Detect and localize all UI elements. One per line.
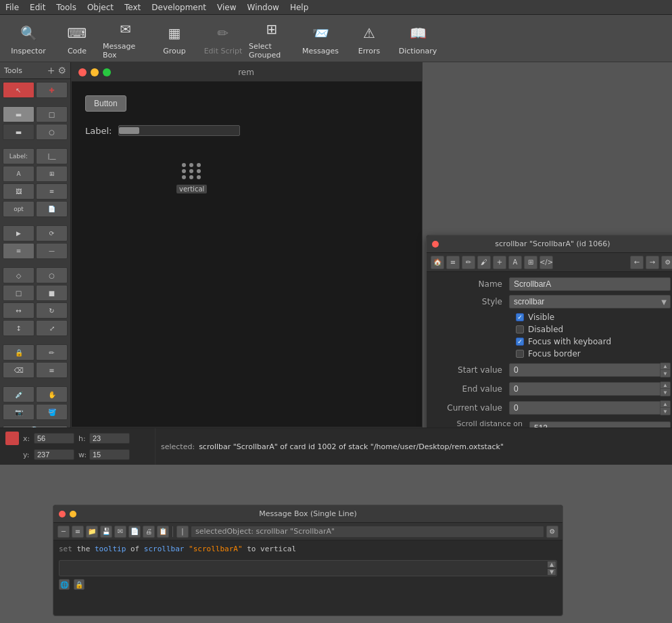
tool-file[interactable]: 📄 (36, 201, 68, 217)
tool-rect-dark[interactable]: ▬ (3, 124, 34, 140)
tool-oval[interactable]: ◇ (3, 267, 34, 283)
insp-text-btn[interactable]: A (508, 256, 522, 269)
tool-rect-fill[interactable]: ▬ (3, 106, 34, 122)
msg-btn-mail[interactable]: ✉ (114, 526, 126, 538)
tool-arrow[interactable]: ↖ (3, 82, 34, 98)
insp-edit-btn[interactable]: ✏ (462, 256, 475, 269)
msg-btn-copy[interactable]: 📋 (157, 526, 169, 538)
tool-list[interactable]: ≡ (36, 183, 68, 200)
menu-tools[interactable]: Tools (56, 3, 76, 12)
tool-crosshair[interactable]: ✚ (36, 82, 68, 98)
insp-name-input[interactable] (509, 277, 671, 291)
msg-min-btn[interactable] (70, 511, 76, 517)
msg-btn-folder[interactable]: 📁 (86, 526, 98, 538)
tool-align[interactable]: ≡ (36, 362, 68, 378)
tool-flip-h[interactable]: ↔ (3, 302, 34, 319)
msg-btn-list[interactable]: ≡ (72, 526, 84, 538)
tools-add-icon[interactable]: + (47, 65, 55, 76)
insp-endvalue-input[interactable] (509, 382, 661, 396)
insp-disabled-checkbox[interactable] (516, 325, 524, 333)
msg-btn-file[interactable]: 📄 (128, 526, 141, 538)
toolbar-selectgrouped[interactable]: ⊞ Select Grouped (249, 18, 295, 60)
insp-brush-btn[interactable]: 🖌 (477, 256, 491, 269)
msg-footer-icon-1[interactable]: 🌐 (59, 579, 70, 590)
tools-gear-icon[interactable]: ⚙ (57, 65, 66, 76)
coord-x-input[interactable] (34, 433, 74, 444)
tool-circle2[interactable]: ○ (36, 267, 68, 283)
menu-help[interactable]: Help (290, 3, 308, 12)
insp-endvalue-down[interactable]: ▼ (661, 389, 670, 396)
toolbar-messages[interactable]: 📨 Messages (297, 18, 343, 60)
tool-separator[interactable]: — (36, 243, 68, 259)
menu-view[interactable]: View (217, 3, 236, 12)
window-close-btn[interactable] (78, 68, 87, 76)
insp-startvalue-down[interactable]: ▼ (661, 370, 670, 377)
msg-btn-print[interactable]: 🖨 (143, 526, 155, 538)
canvas-scrollbar-h[interactable] (118, 125, 240, 136)
insp-scrolldist-input[interactable] (529, 421, 671, 428)
tool-scrollbar[interactable]: ≡ (3, 243, 34, 259)
insp-focusborder-checkbox[interactable] (516, 350, 524, 358)
msg-footer-icon-2[interactable]: 🔒 (74, 579, 85, 590)
insp-gear-btn[interactable]: ⚙ (661, 256, 672, 269)
toolbar-errors[interactable]: ⚠ Errors (346, 18, 392, 60)
tool-rotate[interactable]: ↻ (36, 302, 68, 319)
insp-currentvalue-input[interactable] (509, 401, 661, 415)
window-max-btn[interactable] (103, 68, 111, 76)
toolbar-code[interactable]: ⌨ Code (54, 18, 100, 60)
tool-label[interactable]: Label: (3, 148, 34, 164)
msg-scroll-down[interactable]: ▼ (547, 568, 556, 576)
msg-close-btn[interactable] (59, 511, 66, 517)
tool-text[interactable]: A (3, 166, 34, 182)
toolbar-group[interactable]: ▦ Group (151, 18, 197, 60)
tool-circle[interactable]: ○ (36, 124, 68, 140)
tool-hand[interactable]: ✋ (36, 386, 68, 402)
tool-lock[interactable]: 🔒 (3, 344, 34, 361)
canvas-button[interactable]: Button (85, 95, 126, 112)
menu-file[interactable]: File (5, 3, 19, 12)
insp-style-select[interactable]: scrollbar (509, 295, 671, 308)
insp-close-btn[interactable] (432, 241, 439, 248)
toolbar-messagebox[interactable]: ✉ Message Box (103, 18, 149, 60)
msg-scroll-up[interactable]: ▲ (547, 561, 556, 568)
tool-pencil[interactable]: ✏ (36, 344, 68, 361)
tool-flip-v[interactable]: ↕ (3, 320, 34, 336)
insp-endvalue-up[interactable]: ▲ (661, 382, 670, 389)
insp-code-btn[interactable]: </> (539, 256, 553, 269)
toolbar-dictionary[interactable]: 📖 Dictionary (395, 18, 441, 60)
insp-plus-btn[interactable]: + (493, 256, 506, 269)
msg-btn-divider[interactable]: | (176, 526, 189, 538)
coord-h-input[interactable] (89, 433, 130, 444)
msg-btn-save[interactable]: 💾 (100, 526, 112, 538)
tool-camera[interactable]: 📷 (3, 404, 34, 420)
tool-table[interactable]: ⊞ (36, 166, 68, 182)
tool-bucket[interactable]: 🪣 (36, 404, 68, 420)
menu-object[interactable]: Object (87, 3, 114, 12)
tool-player[interactable]: ▶ (3, 225, 34, 241)
menu-window[interactable]: Window (247, 3, 279, 12)
tool-rect-outline[interactable]: □ (36, 106, 68, 122)
insp-visible-checkbox[interactable] (516, 313, 524, 321)
insp-currentvalue-down[interactable]: ▼ (661, 408, 670, 415)
insp-home-btn[interactable]: 🏠 (431, 256, 444, 269)
tool-eyedropper[interactable]: 💉 (3, 386, 34, 402)
tool-rect2[interactable]: □ (3, 285, 34, 301)
tool-resize[interactable]: ⤢ (36, 320, 68, 336)
tool-image[interactable]: 🖼 (3, 183, 34, 200)
insp-focuskeyboard-checkbox[interactable] (516, 338, 524, 346)
insp-startvalue-up[interactable]: ▲ (661, 363, 670, 370)
insp-startvalue-input[interactable] (509, 363, 661, 377)
insp-grid-btn[interactable]: ⊞ (524, 256, 537, 269)
insp-list-btn[interactable]: ≡ (446, 256, 460, 269)
insp-currentvalue-up[interactable]: ▲ (661, 401, 670, 408)
tool-spinner[interactable]: ⟳ (36, 225, 68, 241)
insp-prev-btn[interactable]: ← (630, 256, 644, 269)
window-min-btn[interactable] (91, 68, 99, 76)
coord-y-input[interactable] (34, 449, 74, 460)
menu-edit[interactable]: Edit (30, 3, 45, 12)
toolbar-inspector[interactable]: 🔍 Inspector (5, 18, 51, 60)
coord-w-input[interactable] (89, 449, 130, 460)
msg-gear-btn[interactable]: ⚙ (546, 526, 558, 538)
tool-eraser[interactable]: ⌫ (3, 362, 34, 378)
tool-input[interactable]: |__ (36, 148, 68, 164)
